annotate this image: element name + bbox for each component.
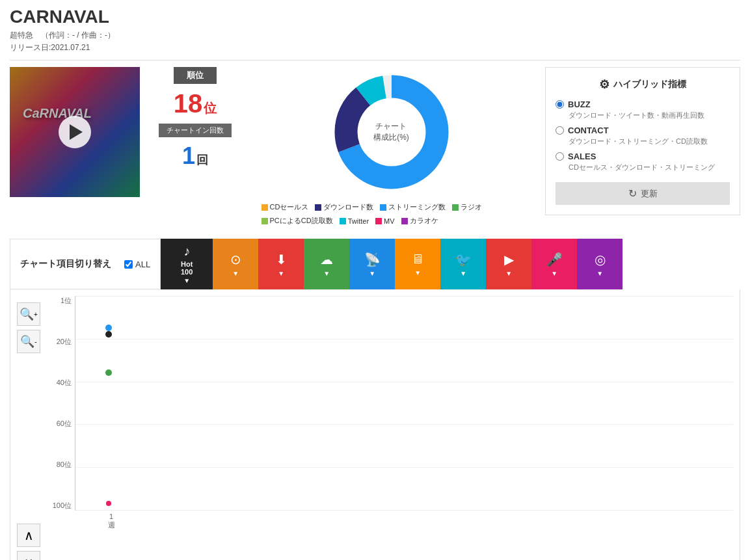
hybrid-radio-input[interactable] [556,152,564,161]
play-icon [70,124,83,140]
grid-line [75,424,733,425]
tab-icon: ♪ [183,244,190,259]
hybrid-radio-label[interactable]: CONTACT [556,126,730,135]
chart-tabs-list: ♪ Hot100 ▼ ⊙ ▼ ⬇ ▼ ☁ ▼ 📡 ▼ 🖥 ▼ 🐦 ▼ ▶ ▼ 🎤… [161,239,623,289]
divider-top [10,60,740,60]
zoom-out-button[interactable]: 🔍- [17,330,40,353]
chart-tab-4[interactable]: 📡 ▼ [349,239,395,289]
album-art[interactable]: CaRNAVAL [10,67,140,197]
tab-icon: 🎤 [546,252,563,267]
y-axis-label: 20位 [57,337,72,347]
chart-tab-3[interactable]: ☁ ▼ [304,239,349,289]
all-checkbox[interactable]: ALL [124,260,150,269]
hybrid-radio-input[interactable] [556,100,564,109]
chart-area: 🔍+ 🔍- ∧ ∨ 1位20位40位60位80位100位 1週 [10,289,740,560]
chart-tab-1[interactable]: ⊙ ▼ [213,239,258,289]
hybrid-radio-input[interactable] [556,126,564,135]
donut-legend: CDセールスダウンロード数ストリーミング数ラジオPCによるCD読取数Twitte… [261,202,522,226]
legend-color [380,204,386,211]
grid-line [75,339,733,340]
y-axis: 1位20位40位60位80位100位 [46,296,75,511]
tab-icon: ▶ [504,252,514,267]
hybrid-radio-label[interactable]: SALES [556,152,730,161]
chart-tab-7[interactable]: ▶ ▼ [486,239,531,289]
chart-tab-6[interactable]: 🐦 ▼ [440,239,486,289]
legend-label: PCによるCD読取数 [270,216,333,226]
legend-item: カラオケ [401,216,438,226]
chart-tab-0[interactable]: ♪ Hot100 ▼ [161,239,213,289]
legend-color [340,218,346,224]
tab-arrow: ▼ [369,270,375,277]
subtitle: 超特急 （作詞：- / 作曲：-） [10,30,740,41]
hybrid-panel: ⚙ ハイブリッド指標 BUZZ ダウンロード・ツイート数・動画再生回数 CONT… [545,67,740,215]
rank-value: 18 [174,89,203,118]
chart-tab-9[interactable]: ◎ ▼ [577,239,623,289]
all-checkbox-input[interactable] [124,260,133,269]
y-axis-label: 40位 [57,378,72,388]
chart-tab-8[interactable]: 🎤 ▼ [531,239,577,289]
chart-in-unit: 回 [196,152,208,168]
grid-line [75,467,733,468]
graph-area [75,296,733,511]
data-point [105,331,112,338]
play-button[interactable] [59,116,91,148]
legend-label: Twitter [348,217,369,225]
tab-icon: ☁ [320,252,333,267]
legend-label: ストリーミング数 [388,202,446,212]
rank-label: 順位 [174,67,217,84]
legend-item: ラジオ [452,202,482,212]
y-axis-label: 1位 [60,296,72,306]
tab-icon: ⊙ [230,252,241,267]
legend-color [315,204,321,211]
legend-color [375,218,382,224]
legend-item: Twitter [340,216,369,226]
tab-icon: 🐦 [455,252,472,267]
legend-item: PCによるCD読取数 [261,216,333,226]
grid-line [75,510,733,511]
rank-unit: 位 [204,100,217,117]
legend-color [452,204,459,211]
refresh-icon: ↻ [628,187,637,200]
legend-label: カラオケ [410,216,438,226]
tab-icon: 📡 [364,252,381,267]
data-point [105,325,112,331]
y-axis-label: 80位 [57,460,72,470]
tab-label: 100 [181,268,193,276]
update-button[interactable]: ↻ 更新 [556,182,730,205]
tab-arrow: ▼ [551,270,557,277]
tab-label: Hot [181,260,193,268]
legend-label: CDセールス [270,202,309,212]
chart-tab-2[interactable]: ⬇ ▼ [258,239,304,289]
legend-item: ダウンロード数 [315,202,373,212]
all-label: ALL [135,260,150,269]
y-axis-label: 100位 [53,501,72,511]
legend-item: MV [375,216,395,226]
hybrid-radio-label[interactable]: BUZZ [556,100,730,109]
legend-label: MV [384,217,395,225]
tab-arrow: ▼ [505,270,512,277]
scroll-up-button[interactable]: ∧ [17,524,40,547]
hybrid-icon: ⚙ [599,77,609,92]
legend-color [401,218,408,224]
chart-in-value: 1 [182,142,195,170]
hybrid-title: ⚙ ハイブリッド指標 [556,77,730,92]
tab-arrow: ▼ [232,270,239,277]
grid-line [75,296,733,297]
chart-tabs: チャート項目切り替え ALL ♪ Hot100 ▼ ⊙ ▼ ⬇ ▼ ☁ ▼ 📡 … [10,239,740,289]
tab-icon: ◎ [595,252,606,267]
tab-arrow: ▼ [278,270,284,277]
hybrid-option-desc: ダウンロード・ツイート数・動画再生回数 [556,111,730,120]
legend-label: ダウンロード数 [323,202,373,212]
tab-icon: ⬇ [276,252,287,267]
y-axis-label: 60位 [57,419,72,429]
zoom-in-button[interactable]: 🔍+ [17,302,40,326]
tab-arrow: ▼ [183,277,190,284]
scroll-down-button[interactable]: ∨ [17,551,40,560]
chart-left-controls: 🔍+ 🔍- ∧ ∨ [17,296,40,560]
hybrid-option-desc: CDセールス・ダウンロード・ストリーミング [556,163,730,172]
chart-tab-5[interactable]: 🖥 ▼ [395,239,440,289]
hybrid-option-label: BUZZ [568,100,591,109]
hybrid-radio-item: SALES CDセールス・ダウンロード・ストリーミング [556,152,730,172]
legend-color [261,204,268,211]
hybrid-option-label: CONTACT [568,126,609,135]
